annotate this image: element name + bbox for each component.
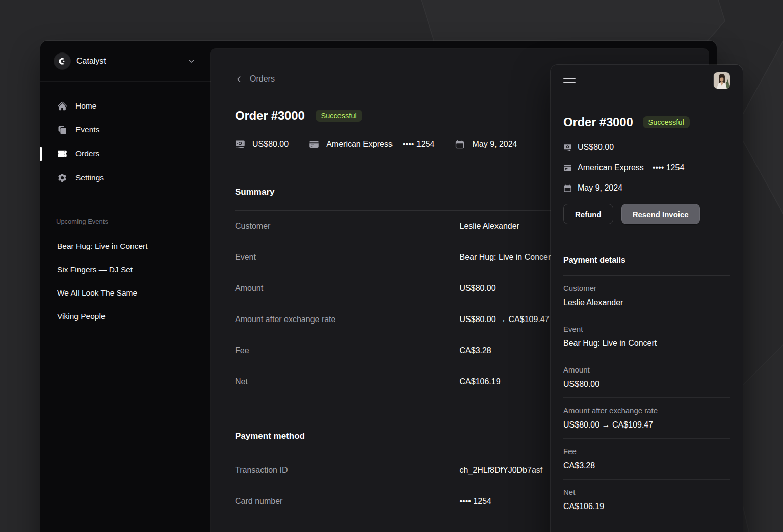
sidebar: Catalyst Home Events — [40, 41, 211, 532]
row-label: Card number — [235, 497, 460, 506]
banknotes-icon — [235, 139, 245, 149]
sidebar-item-home[interactable]: Home — [47, 97, 203, 115]
meta-date-value: May 9, 2024 — [578, 183, 622, 193]
sidebar-item-label: Events — [75, 125, 99, 135]
status-badge: Successful — [316, 110, 362, 121]
status-badge: Successful — [643, 117, 689, 128]
calendar-icon — [455, 139, 465, 149]
panel-order-meta: US$80.00 American Express •••• 1254 May … — [563, 143, 730, 193]
breadcrumb-label: Orders — [250, 74, 275, 84]
row-label: Amount after exchange rate — [235, 315, 460, 324]
sidebar-item-events[interactable]: Events — [47, 121, 203, 139]
gear-icon — [57, 173, 67, 183]
payment-details-list: Customer Leslie Alexander Event Bear Hug… — [563, 275, 730, 520]
credit-card-icon — [309, 139, 319, 149]
sidebar-event-link[interactable]: We All Look The Same — [47, 284, 203, 302]
sidebar-item-settings[interactable]: Settings — [47, 169, 203, 187]
row-value: Leslie Alexander — [563, 298, 730, 307]
team-switcher[interactable]: Catalyst — [40, 41, 211, 82]
sidebar-event-link[interactable]: Bear Hug: Live in Concert — [47, 237, 203, 255]
page-title: Order #3000 — [235, 109, 305, 123]
row-label: Net — [563, 488, 730, 496]
avatar[interactable] — [714, 72, 730, 89]
menu-icon[interactable] — [563, 74, 578, 87]
payment-details-heading: Payment details — [563, 256, 730, 265]
meta-card-brand: American Express — [326, 140, 393, 149]
meta-date-value: May 9, 2024 — [472, 140, 517, 149]
row-label: Fee — [563, 447, 730, 456]
resend-invoice-button[interactable]: Resend Invoice — [621, 204, 700, 224]
row-value: US$80.00 → CA$109.47 — [563, 420, 730, 430]
meta-card-last4: •••• 1254 — [403, 140, 434, 149]
sidebar-item-orders[interactable]: Orders — [47, 145, 203, 163]
list-item: Net CA$106.19 — [563, 479, 730, 520]
home-icon — [57, 101, 67, 111]
row-label: Customer — [563, 284, 730, 292]
meta-date: May 9, 2024 — [563, 183, 730, 193]
ticket-icon — [57, 149, 67, 159]
row-value: CA$3.28 — [563, 461, 730, 470]
refund-button[interactable]: Refund — [563, 204, 613, 224]
sidebar-item-label: Home — [75, 101, 96, 111]
chevron-down-icon — [188, 57, 195, 65]
sidebar-item-label: Orders — [75, 149, 99, 158]
breadcrumb[interactable]: Orders — [235, 74, 275, 84]
sidebar-event-link[interactable]: Viking People — [47, 308, 203, 325]
square-stack-icon — [57, 125, 67, 135]
meta-amount: US$80.00 — [235, 139, 289, 149]
list-item: Customer Leslie Alexander — [563, 276, 730, 316]
meta-date: May 9, 2024 — [455, 139, 517, 149]
catalyst-logo-icon — [54, 53, 70, 69]
row-label: Amount after exchange rate — [563, 406, 730, 415]
row-value: US$80.00 — [563, 380, 730, 389]
row-value: Bear Hug: Live in Concert — [563, 339, 730, 348]
row-label: Amount — [563, 365, 730, 374]
meta-amount: US$80.00 — [563, 143, 730, 152]
list-item: Amount US$80.00 — [563, 357, 730, 397]
meta-amount-value: US$80.00 — [252, 140, 289, 149]
banknotes-icon — [563, 143, 572, 152]
meta-card: American Express •••• 1254 — [563, 163, 730, 172]
list-item: Event Bear Hug: Live in Concert — [563, 316, 730, 357]
row-label: Amount — [235, 284, 460, 293]
meta-card-brand: American Express — [578, 163, 644, 172]
credit-card-icon — [563, 164, 572, 172]
row-value: CA$106.19 — [563, 502, 730, 511]
upcoming-events-heading: Upcoming Events — [47, 218, 203, 225]
row-label: Transaction ID — [235, 466, 460, 475]
row-label: Net — [235, 377, 460, 386]
meta-card: American Express •••• 1254 — [309, 139, 434, 149]
brand-name: Catalyst — [76, 57, 106, 66]
meta-amount-value: US$80.00 — [578, 143, 614, 152]
row-label: Fee — [235, 346, 460, 355]
sidebar-item-label: Settings — [75, 173, 104, 182]
row-label: Customer — [235, 222, 460, 231]
chevron-left-icon — [235, 75, 243, 83]
mobile-panel: Order #3000 Successful US$80.00 American… — [551, 65, 743, 532]
calendar-icon — [563, 184, 572, 193]
row-label: Event — [235, 253, 460, 262]
row-label: Event — [563, 325, 730, 333]
meta-card-last4: •••• 1254 — [652, 163, 684, 172]
sidebar-event-link[interactable]: Six Fingers — DJ Set — [47, 261, 203, 278]
list-item: Amount after exchange rate US$80.00 → CA… — [563, 397, 730, 438]
sidebar-nav: Home Events Orders Settings — [40, 97, 211, 187]
panel-title: Order #3000 — [563, 115, 633, 129]
list-item: Fee CA$3.28 — [563, 438, 730, 479]
